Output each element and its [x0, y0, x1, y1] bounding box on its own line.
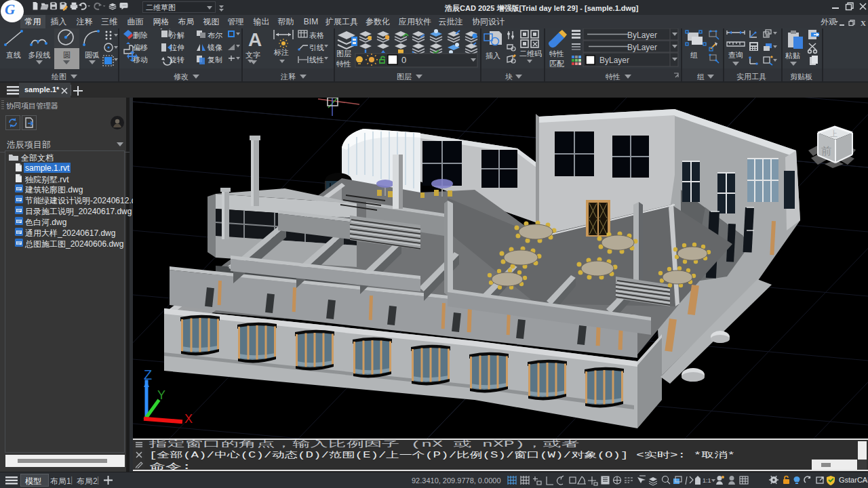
svg-text:A: A [248, 29, 262, 50]
svg-text:上: 上 [830, 129, 837, 138]
svg-text:Y: Y [157, 388, 165, 402]
svg-text:X: X [861, 20, 866, 26]
svg-text:前: 前 [821, 145, 831, 157]
svg-text:0: 0 [401, 55, 406, 65]
svg-text:1:1: 1:1 [703, 477, 711, 484]
svg-text:X: X [184, 412, 193, 426]
svg-text:Z: Z [144, 367, 152, 382]
